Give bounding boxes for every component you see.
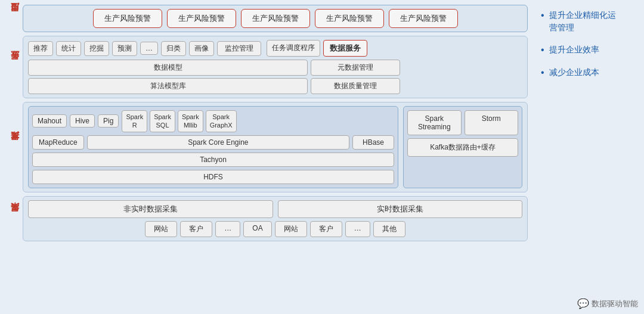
biz-chip-predict: 预测 bbox=[112, 41, 137, 56]
rt-website: 网站 bbox=[275, 221, 307, 237]
support-inner: Mahout Hive Pig SparkR SparkSQL SparkMll… bbox=[28, 106, 522, 188]
biz-chip-stats: 统计 bbox=[56, 41, 81, 56]
hbase-chip: HBase bbox=[352, 135, 394, 150]
bullet-3: • bbox=[541, 66, 544, 79]
spark-graphx-chip: SparkGraphX bbox=[206, 110, 237, 132]
business-layer: 业务层 推荐 统计 挖掘 预测 … 归类 画像 监控管理 任务调度程序 数据服务 bbox=[6, 36, 528, 98]
app-card-1: 生产风险预警 bbox=[93, 9, 162, 28]
application-box: 生产风险预警 生产风险预警 生产风险预警 生产风险预警 生产风险预警 bbox=[23, 5, 528, 32]
nr-dots: … bbox=[215, 221, 240, 237]
collect-inner: 非实时数据采集 实时数据采集 网站 客户 … OA 网站 客户 … 其他 bbox=[28, 200, 522, 237]
collection-label: 采集层 bbox=[6, 196, 23, 241]
main-content: 应用层 生产风险预警 生产风险预警 生产风险预警 生产风险预警 生产风险预警 业… bbox=[0, 0, 534, 314]
spark-r-chip: SparkR bbox=[122, 110, 147, 132]
realtime-label: 实时数据采集 bbox=[278, 200, 523, 218]
right-item-1: • 提升企业精细化运营管理 bbox=[541, 9, 637, 34]
biz-chip-recommend: 推荐 bbox=[28, 41, 53, 56]
biz-chip-image: 画像 bbox=[189, 41, 214, 56]
right-item-3: • 减少企业成本 bbox=[541, 66, 637, 79]
spark-core-chip: Spark Core Engine bbox=[87, 135, 349, 150]
nr-oa: OA bbox=[243, 221, 271, 237]
rt-client: 客户 bbox=[310, 221, 342, 237]
right-text-2: 提升企业效率 bbox=[549, 43, 599, 56]
support-layer: 支撑层 Mahout Hive Pig SparkR SparkSQL Spar… bbox=[6, 102, 528, 192]
support-box: Mahout Hive Pig SparkR SparkSQL SparkMll… bbox=[23, 102, 528, 192]
support-left-box: Mahout Hive Pig SparkR SparkSQL SparkMll… bbox=[28, 106, 398, 188]
hive-chip: Hive bbox=[70, 114, 95, 128]
nr-client: 客户 bbox=[180, 221, 212, 237]
streaming-storm-row: SparkStreaming Storm bbox=[407, 110, 518, 135]
collection-layer: 采集层 非实时数据采集 实时数据采集 网站 客户 … OA 网站 客户 … 其他 bbox=[6, 196, 528, 241]
tachyon-chip: Tachyon bbox=[32, 153, 394, 167]
biz-task-scheduler: 任务调度程序 bbox=[267, 40, 320, 57]
wechat-icon: 💬 bbox=[577, 298, 589, 309]
biz-monitor: 监控管理 bbox=[217, 41, 261, 56]
application-layer: 应用层 生产风险预警 生产风险预警 生产风险预警 生产风险预警 生产风险预警 bbox=[6, 5, 528, 32]
mahout-chip: Mahout bbox=[32, 114, 67, 128]
collect-top-row: 非实时数据采集 实时数据采集 bbox=[28, 200, 522, 218]
watermark-text: 数据驱动智能 bbox=[592, 299, 638, 309]
pig-chip: Pig bbox=[98, 114, 119, 128]
right-text-3: 减少企业成本 bbox=[549, 66, 599, 79]
business-box: 推荐 统计 挖掘 预测 … 归类 画像 监控管理 任务调度程序 数据服务 bbox=[23, 36, 528, 98]
biz-chip-mining: 挖掘 bbox=[84, 41, 109, 56]
right-panel: • 提升企业精细化运营管理 • 提升企业效率 • 减少企业成本 bbox=[534, 0, 644, 314]
biz-data-model: 数据模型 bbox=[28, 60, 308, 76]
application-label: 应用层 bbox=[6, 5, 23, 32]
app-card-2: 生产风险预警 bbox=[167, 9, 236, 28]
biz-top-row: 推荐 统计 挖掘 预测 … 归类 画像 监控管理 任务调度程序 数据服务 bbox=[28, 40, 522, 57]
mapreduce-chip: MapReduce bbox=[32, 135, 84, 150]
rt-other: 其他 bbox=[373, 221, 405, 237]
biz-chip-classify: 归类 bbox=[161, 41, 186, 56]
app-card-5: 生产风险预警 bbox=[389, 9, 458, 28]
storm-chip: Storm bbox=[465, 110, 519, 135]
hdfs-chip: HDFS bbox=[32, 170, 394, 184]
app-card-4: 生产风险预警 bbox=[315, 9, 384, 28]
kafka-chip: Kafka数据路由+缓存 bbox=[407, 138, 518, 157]
biz-task-row: 任务调度程序 数据服务 bbox=[267, 40, 386, 57]
non-realtime-label: 非实时数据采集 bbox=[28, 200, 273, 218]
support-top-row: Mahout Hive Pig SparkR SparkSQL SparkMll… bbox=[32, 110, 394, 132]
bullet-2: • bbox=[541, 43, 544, 57]
biz-chip-dots: … bbox=[140, 42, 158, 55]
nr-website: 网站 bbox=[145, 221, 177, 237]
support-mid-row: MapReduce Spark Core Engine HBase bbox=[32, 135, 394, 150]
spark-group: SparkR SparkSQL SparkMllib SparkGraphX bbox=[122, 110, 236, 132]
business-label: 业务层 bbox=[6, 36, 23, 98]
spark-mllib-chip: SparkMllib bbox=[178, 110, 203, 132]
app-card-3: 生产风险预警 bbox=[241, 9, 310, 28]
support-right-box: SparkStreaming Storm Kafka数据路由+缓存 bbox=[403, 106, 522, 188]
biz-mid: 数据模型 算法模型库 元数据管理 数据质量管理 bbox=[28, 60, 522, 94]
right-text-1: 提升企业精细化运营管理 bbox=[549, 9, 616, 34]
bullet-1: • bbox=[541, 9, 544, 22]
collect-bottom-row: 网站 客户 … OA 网站 客户 … 其他 bbox=[28, 221, 522, 237]
collection-box: 非实时数据采集 实时数据采集 网站 客户 … OA 网站 客户 … 其他 bbox=[23, 196, 528, 241]
biz-data-service: 数据服务 bbox=[323, 40, 367, 57]
spark-streaming-chip: SparkStreaming bbox=[407, 110, 462, 135]
rt-dots: … bbox=[345, 221, 370, 237]
biz-meta-data: 元数据管理 bbox=[311, 60, 400, 76]
support-label: 支撑层 bbox=[6, 102, 23, 192]
app-cards-row: 生产风险预警 生产风险预警 生产风险预警 生产风险预警 生产风险预警 bbox=[28, 9, 522, 28]
biz-algo-model: 算法模型库 bbox=[28, 78, 308, 94]
watermark: 💬 数据驱动智能 bbox=[577, 298, 638, 309]
biz-data-quality: 数据质量管理 bbox=[311, 78, 400, 94]
spark-sql-chip: SparkSQL bbox=[150, 110, 175, 132]
right-item-2: • 提升企业效率 bbox=[541, 43, 637, 57]
